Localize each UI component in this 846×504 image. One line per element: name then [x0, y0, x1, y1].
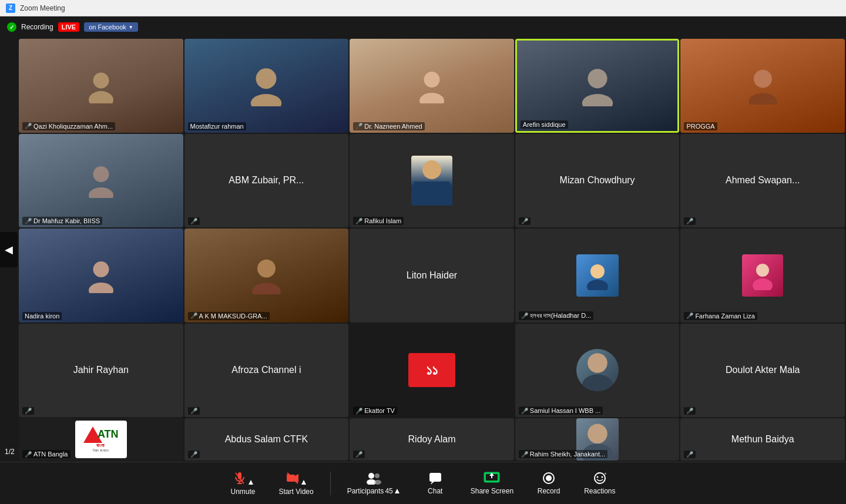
- participant-label-9: 🎤: [519, 217, 531, 225]
- participant-cell-10: Ahmed Swapan... 🎤: [680, 134, 845, 228]
- participant-cell-20: Doulot Akter Mala 🎤: [680, 324, 845, 418]
- participant-cell-25: Methun Baidya 🎤: [680, 418, 845, 461]
- svg-point-21: [582, 374, 613, 391]
- share-screen-icon: [484, 472, 500, 485]
- recording-label: Recording: [21, 23, 53, 31]
- participant-cell-6: 🎤 Dr Mahfuz Kabir, BIISS: [19, 134, 183, 228]
- svg-point-19: [753, 278, 773, 290]
- participant-name-16: Jahir Rayhan: [73, 365, 129, 375]
- participant-name-17: Afroza Channel i: [231, 365, 301, 375]
- svg-point-16: [590, 264, 605, 278]
- toolbar: Unmute Start Video Participants 45: [0, 462, 846, 504]
- participant-cell-23: Ridoy Alam 🎤: [350, 418, 514, 461]
- svg-point-36: [375, 473, 380, 478]
- video-grid: 🎤 Qazi Kholiquzzaman Ahm... Mostafizur r…: [0, 38, 846, 462]
- svg-point-17: [587, 280, 608, 290]
- svg-marker-33: [301, 480, 306, 485]
- participant-cell-14: 🎤 হলধর দাস(Haladhar D...: [515, 229, 680, 322]
- participant-name-9: Mizan Chowdhury: [560, 175, 635, 186]
- participant-cell-17: Afroza Channel i 🎤: [184, 324, 349, 418]
- participant-name-2: Mostafizur rahman: [188, 122, 246, 130]
- participant-name-6: 🎤 Dr Mahfuz Kabir, BIISS: [22, 217, 102, 225]
- video-chevron-icon: [301, 479, 307, 485]
- svg-point-22: [588, 424, 607, 444]
- live-badge: LIVE: [58, 22, 79, 32]
- record-button[interactable]: Record: [525, 462, 572, 504]
- svg-point-7: [582, 94, 613, 106]
- share-screen-button[interactable]: Share Screen: [459, 462, 525, 504]
- mic-icon: [233, 471, 247, 485]
- svg-point-1: [89, 91, 113, 103]
- participant-cell-11: Nadira kiron: [19, 229, 183, 322]
- participant-label-22: 🎤: [188, 451, 200, 458]
- unmute-button[interactable]: Unmute: [219, 462, 267, 504]
- chat-icon: [428, 472, 442, 485]
- svg-marker-28: [249, 480, 253, 485]
- svg-point-6: [588, 69, 607, 88]
- participants-icon: [366, 472, 381, 485]
- participant-label-7: 🎤: [188, 217, 200, 225]
- svg-point-0: [93, 72, 109, 88]
- window-title: Zoom Meeting: [20, 4, 65, 12]
- svg-point-20: [588, 353, 607, 373]
- reactions-label: Reactions: [584, 487, 615, 495]
- participant-label-25: 🎤: [684, 451, 696, 458]
- svg-point-12: [93, 261, 109, 277]
- svg-point-11: [89, 187, 113, 198]
- participant-name-11: Nadira kiron: [22, 312, 62, 320]
- svg-point-15: [252, 283, 281, 295]
- svg-point-2: [256, 68, 277, 89]
- facebook-button[interactable]: on Facebook: [84, 22, 138, 32]
- share-screen-label: Share Screen: [471, 487, 513, 495]
- participant-cell-2: Mostafizur rahman: [184, 39, 349, 133]
- participant-cell-18: ১১ 🎤 Ekattor TV: [350, 324, 514, 418]
- topbar: Recording LIVE on Facebook: [0, 16, 846, 38]
- toolbar-separator-1: [330, 472, 331, 495]
- participants-button[interactable]: Participants 45: [335, 462, 412, 504]
- participant-cell-13: Liton Haider: [350, 229, 514, 322]
- record-label: Record: [538, 487, 560, 495]
- participant-name-20: Doulot Akter Mala: [726, 365, 800, 375]
- participant-cell-19: 🎤 Samiul Hassan I WBB ...: [515, 324, 680, 418]
- svg-point-34: [368, 473, 374, 479]
- svg-text:+: +: [604, 472, 607, 476]
- participants-chevron-icon: [394, 488, 400, 494]
- participant-name-3: 🎤 Dr. Nazneen Ahmed: [353, 122, 424, 130]
- svg-point-4: [424, 72, 439, 88]
- participants-count: 45: [385, 487, 392, 495]
- start-video-label: Start Video: [279, 488, 314, 496]
- svg-point-9: [748, 93, 777, 105]
- start-video-button[interactable]: Start Video: [267, 462, 325, 504]
- participant-cell-12: 🎤 A K M MAKSUD-GRA...: [184, 229, 349, 322]
- status-dot: [7, 22, 16, 32]
- participant-name-19: 🎤 Samiul Hassan I WBB ...: [519, 406, 603, 415]
- svg-point-10: [93, 166, 109, 182]
- participants-label: Participants: [347, 487, 384, 495]
- participant-cell-8: 🎤 Rafikul Islam: [350, 134, 514, 228]
- participant-cell-21: ATN বাংলা নিরাম বাংলার ম 🎤 ATN Bangla: [19, 418, 183, 461]
- svg-point-5: [419, 93, 444, 103]
- svg-marker-38: [395, 489, 400, 493]
- participant-name-15: 🎤 Farhana Zaman Liza: [684, 312, 757, 320]
- participant-cell-7: ABM Zubair, PR... 🎤: [184, 134, 349, 228]
- participant-name-23: Ridoy Alam: [408, 434, 456, 445]
- participant-cell-24: 🎤 Rahim Sheikh, Janakant...: [515, 418, 680, 461]
- svg-point-13: [89, 283, 113, 293]
- participant-name-10: Ahmed Swapan...: [726, 175, 800, 186]
- participant-name-25: Methun Baidya: [731, 434, 794, 445]
- participant-label-23: 🎤: [353, 451, 365, 458]
- participant-name-24: 🎤 Rahim Sheikh, Janakant...: [519, 450, 607, 458]
- participant-name-13: Liton Haider: [407, 270, 457, 281]
- chat-label: Chat: [428, 487, 442, 495]
- participant-label-20: 🎤: [684, 407, 696, 415]
- participant-cell-15: 🎤 Farhana Zaman Liza: [680, 229, 845, 322]
- titlebar: Z Zoom Meeting: [0, 0, 846, 16]
- prev-page-arrow[interactable]: ◀: [0, 232, 18, 267]
- participant-name-21: 🎤 ATN Bangla: [22, 450, 70, 458]
- svg-rect-39: [429, 473, 441, 482]
- chat-button[interactable]: Chat: [412, 462, 459, 504]
- reactions-button[interactable]: + Reactions: [572, 462, 627, 504]
- svg-point-14: [257, 260, 276, 278]
- participant-name-12: 🎤 A K M MAKSUD-GRA...: [188, 312, 270, 320]
- svg-point-46: [546, 475, 552, 481]
